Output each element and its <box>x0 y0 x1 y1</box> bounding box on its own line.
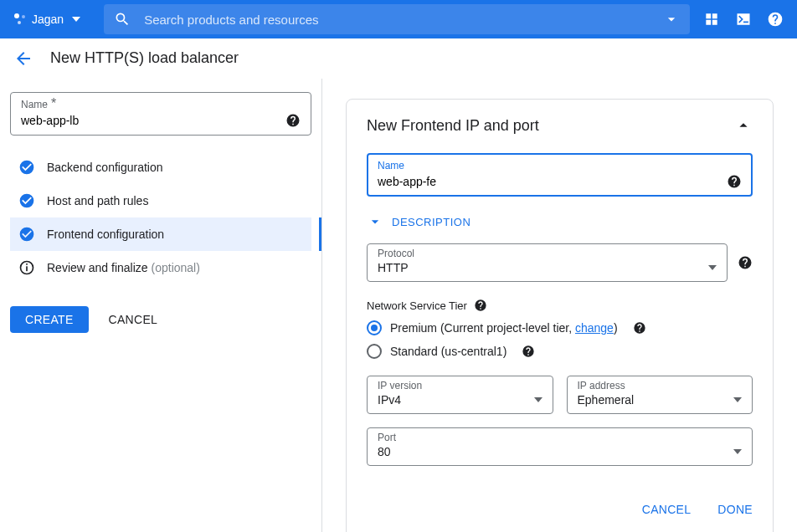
back-arrow-icon[interactable] <box>13 49 33 69</box>
topbar-actions <box>703 11 784 28</box>
dropdown-arrow-icon <box>534 397 542 402</box>
tier-label: Network Service Tier <box>367 299 753 312</box>
svg-rect-2 <box>26 263 28 265</box>
protocol-select[interactable]: Protocol HTTP <box>367 243 728 282</box>
project-selector[interactable]: Jagan <box>13 13 80 26</box>
frontend-card: New Frontend IP and port Name DESCRIPTIO… <box>346 99 774 532</box>
chevron-down-icon <box>367 213 383 230</box>
step-label: Host and path rules <box>47 194 148 207</box>
chevron-down-icon[interactable] <box>663 11 680 28</box>
step-review[interactable]: Review and finalize (optional) <box>10 251 311 284</box>
protocol-value: HTTP <box>378 261 409 274</box>
check-circle-icon <box>18 159 35 176</box>
help-icon[interactable] <box>738 255 753 270</box>
radio-checked-icon <box>367 320 382 335</box>
ipversion-select[interactable]: IP version IPv4 <box>367 376 553 414</box>
ipversion-value: IPv4 <box>378 393 401 407</box>
gcp-logo-icon <box>13 13 27 26</box>
gift-icon[interactable] <box>703 11 720 28</box>
dropdown-arrow-icon <box>733 449 742 454</box>
fe-name-input[interactable] <box>378 175 727 188</box>
ip-row: IP version IPv4 IP address Ephemeral <box>367 376 753 414</box>
topbar: Jagan <box>0 0 797 38</box>
port-value: 80 <box>378 445 391 458</box>
ipaddress-value: Ephemeral <box>578 393 635 407</box>
port-row: Port 80 <box>367 427 753 466</box>
card-title: New Frontend IP and port <box>367 117 539 135</box>
check-circle-icon <box>18 192 35 209</box>
help-icon[interactable] <box>474 299 487 312</box>
check-circle-icon <box>18 226 35 243</box>
svg-rect-1 <box>26 266 28 271</box>
help-icon[interactable] <box>522 345 535 358</box>
help-icon[interactable] <box>633 321 646 335</box>
caret-down-icon <box>72 17 80 22</box>
lb-name-label: Name <box>21 99 48 110</box>
step-frontend[interactable]: Frontend configuration <box>10 217 311 251</box>
lb-name-input[interactable] <box>21 114 285 127</box>
ipversion-label: IP version <box>378 380 542 391</box>
left-panel: Name* Backend configuration Host and pat… <box>0 79 322 532</box>
step-label: Review and finalize (optional) <box>47 261 200 274</box>
cloud-shell-icon[interactable] <box>735 11 752 28</box>
fe-name-label: Name <box>378 160 404 171</box>
help-icon[interactable] <box>727 174 742 189</box>
ipaddress-label: IP address <box>578 380 743 391</box>
description-toggle[interactable]: DESCRIPTION <box>367 213 753 230</box>
step-host-path[interactable]: Host and path rules <box>10 184 311 217</box>
card-done-button[interactable]: DONE <box>717 503 753 516</box>
ipaddress-select[interactable]: IP address Ephemeral <box>567 376 753 414</box>
dropdown-arrow-icon <box>733 397 742 402</box>
protocol-row: Protocol HTTP <box>367 243 753 282</box>
search-bar[interactable] <box>104 4 690 34</box>
card-actions: CANCEL DONE <box>367 503 753 516</box>
radio-unchecked-icon <box>367 344 382 359</box>
tier-standard-radio[interactable]: Standard (us-central1) <box>367 344 753 359</box>
steps-list: Backend configuration Host and path rule… <box>10 151 311 284</box>
step-label: Frontend configuration <box>47 228 164 241</box>
port-select[interactable]: Port 80 <box>367 427 753 466</box>
tier-standard-label: Standard (us-central1) <box>390 345 506 358</box>
page-header: New HTTP(S) load balancer <box>0 38 797 79</box>
required-mark: * <box>51 96 56 110</box>
tier-premium-radio[interactable]: Premium (Current project-level tier, cha… <box>367 320 753 335</box>
tier-change-link[interactable]: change <box>575 321 614 335</box>
page-title: New HTTP(S) load balancer <box>50 49 239 67</box>
protocol-label: Protocol <box>378 248 717 259</box>
project-name: Jagan <box>32 13 64 26</box>
lb-name-field[interactable]: Name* <box>10 92 311 136</box>
card-cancel-button[interactable]: CANCEL <box>642 503 692 516</box>
info-circle-icon <box>18 259 35 276</box>
help-icon[interactable] <box>767 11 784 28</box>
chevron-up-icon[interactable] <box>734 116 753 135</box>
card-header: New Frontend IP and port <box>367 116 753 135</box>
help-icon[interactable] <box>285 113 301 128</box>
search-input[interactable] <box>144 13 650 27</box>
port-label: Port <box>378 432 742 443</box>
action-buttons: CREATE CANCEL <box>10 306 311 333</box>
dropdown-arrow-icon <box>708 265 717 270</box>
cancel-button[interactable]: CANCEL <box>109 313 158 326</box>
content: Name* Backend configuration Host and pat… <box>0 79 797 532</box>
fe-name-field[interactable]: Name <box>367 153 753 197</box>
step-backend[interactable]: Backend configuration <box>10 151 311 184</box>
tier-premium-label: Premium (Current project-level tier, cha… <box>390 321 618 335</box>
search-icon <box>114 11 131 28</box>
step-label: Backend configuration <box>47 161 163 174</box>
create-button[interactable]: CREATE <box>10 306 89 333</box>
right-panel: New Frontend IP and port Name DESCRIPTIO… <box>322 79 797 532</box>
description-label: DESCRIPTION <box>392 216 470 228</box>
